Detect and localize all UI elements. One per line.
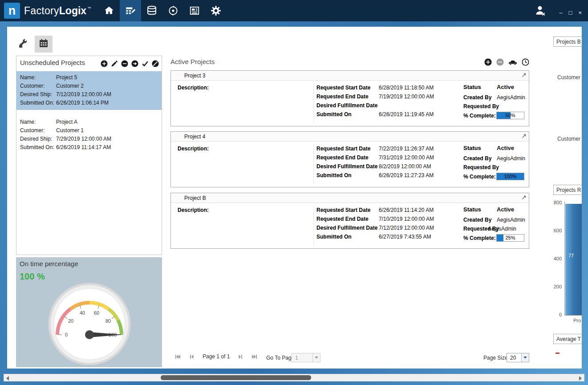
expand-icon[interactable] [521,195,527,200]
projects-chart-title: Projects R [553,185,582,195]
customer-label: Customer: [20,82,56,90]
y-axis-tick: 400 [553,256,562,261]
desired-ship-label: Desired Ship: [20,135,56,143]
scroll-right-arrow-icon[interactable] [579,376,582,381]
project-card: Project B Description: Requested Start D… [170,193,529,249]
add-circle-icon[interactable] [101,60,108,67]
submitted-on-value: 6/26/2019 11:19:45 AM [379,111,434,118]
scrollbar-thumb[interactable] [161,375,311,380]
x-axis-label: Pro [573,318,581,323]
unscheduled-project-item[interactable]: Name:Project A Customer:Customer 1 Desir… [16,116,162,154]
y-axis-tick: 800 [553,200,562,205]
unscheduled-toolbar [101,60,159,67]
minimize-button[interactable]: – [559,10,562,16]
status-label: Status [463,145,481,151]
on-time-gauge: 0 20 40 60 80 100 [27,280,152,365]
remove-circle-icon[interactable] [496,58,504,66]
x-axis-line [564,315,582,316]
y-axis-tick: 0 [553,312,562,317]
requested-start-value: 6/26/2019 11:14:20 AM [379,207,434,213]
on-time-percentage-panel: On time percentage 100 % [16,257,162,367]
production-icon[interactable] [162,0,184,21]
submitted-on-value: 6/26/2019 1:06:14 PM [56,99,109,107]
desired-fulfillment-value: 8/2/2019 12:00:00 AM [379,163,431,170]
submitted-on-value: 6/26/2019 11:14:17 AM [56,143,111,152]
desired-ship-label: Desired Ship: [20,90,56,99]
created-by-value: AegisAdmin [497,155,525,162]
horizontal-scrollbar[interactable] [4,374,584,381]
requested-end-value: 7/10/2019 12:00:00 AM [379,216,434,222]
project-card-header[interactable]: Project 3 [171,71,529,81]
page-size-label: Page Size [483,355,508,361]
add-circle-icon[interactable] [484,58,492,66]
column-divider [313,144,314,184]
unscheduled-projects-title: Unscheduled Projects [20,59,85,66]
accept-check-icon[interactable] [142,60,149,67]
desired-ship-value: 7/29/2019 12:00:00 AM [56,135,111,143]
svg-text:0: 0 [65,332,68,337]
documents-icon[interactable] [184,0,205,21]
tab-project-calendar[interactable] [35,36,53,53]
requested-end-value: 7/31/2019 12:00:00 AM [379,154,434,161]
requested-start-label: Requested Start Date [316,146,370,152]
project-title: Project 3 [184,73,205,79]
svg-text:40: 40 [80,310,85,316]
maximize-button[interactable]: □ [569,10,572,16]
project-card-header[interactable]: Project 4 [171,132,529,142]
unscheduled-project-item[interactable]: Name:Project 5 Customer:Customer 2 Desir… [16,71,162,110]
materials-icon[interactable] [141,0,162,21]
tab-setup[interactable] [13,36,33,53]
name-label: Name: [20,118,56,126]
project-scheduling-page: Unscheduled Projects [7,27,582,369]
expand-icon[interactable] [521,134,527,139]
go-to-page-input[interactable]: 1 [292,353,320,362]
project-card-header[interactable]: Project B [171,193,529,203]
description-label: Description: [178,146,209,152]
close-button[interactable]: × [578,10,582,16]
expand-icon[interactable] [521,73,527,78]
status-label: Status [463,84,481,90]
column-divider [313,83,314,123]
project-title: Project B [184,195,206,201]
requested-by-label: Requested By [463,164,499,170]
remove-circle-icon[interactable] [121,60,128,67]
created-by-value: AegisAdmin [497,217,525,223]
description-label: Description: [178,207,209,213]
workspace-background: Unscheduled Projects [0,21,588,385]
created-by-value: AegisAdmin [497,94,525,101]
cancel-slash-icon[interactable] [152,60,159,67]
page-nav: Page 1 of 1 [175,353,257,360]
scheduling-icon[interactable] [120,0,141,21]
car-icon[interactable] [508,59,517,65]
requested-end-label: Requested End Date [316,216,369,222]
submitted-on-label: Submitted On [316,172,352,178]
chart-bar-label: 77 [568,253,574,258]
status-value: Active [497,145,514,151]
pagination-bar: Page 1 of 1 Go To Page 1 Page Size [170,351,529,364]
first-page-icon[interactable] [175,354,181,360]
edit-pencil-icon[interactable] [111,60,118,67]
previous-page-icon[interactable] [189,354,195,360]
clock-icon[interactable] [522,58,529,66]
scroll-left-arrow-icon[interactable] [6,376,9,381]
chevron-down-icon[interactable] [312,353,320,362]
submitted-on-label: Submitted On [316,234,352,240]
last-page-icon[interactable] [251,354,257,360]
home-icon[interactable] [98,0,120,21]
user-logout-icon[interactable] [534,4,547,18]
projects-by-customer-title: Projects B [553,36,582,47]
brand-factory: Factory [24,5,59,17]
page-size-dropdown[interactable]: 20 [507,353,529,362]
requested-start-value: 6/28/2019 11:18:50 AM [379,85,434,91]
requested-start-label: Requested Start Date [316,85,370,91]
desired-fulfillment-label: Desired Fulfillment Date [316,163,377,170]
chevron-down-icon[interactable] [521,353,529,362]
go-to-page-label: Go To Page [266,355,294,361]
calendar-icon [38,38,49,50]
project-card-body: Description: Requested Start Date7/22/20… [171,142,529,187]
page-indicator: Page 1 of 1 [203,353,230,360]
settings-gear-icon[interactable] [205,0,227,21]
next-page-icon[interactable] [238,354,243,360]
move-right-circle-icon[interactable] [131,60,138,67]
status-value: Active [497,84,514,90]
